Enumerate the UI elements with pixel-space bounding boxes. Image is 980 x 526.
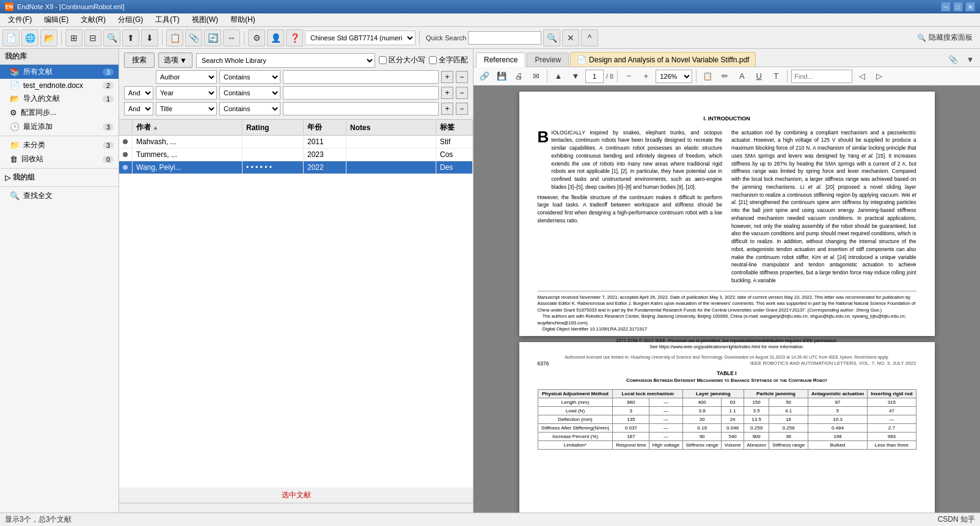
- menu-help[interactable]: 帮助(H): [225, 13, 261, 27]
- remove-row-1-btn[interactable]: −: [456, 71, 468, 83]
- field-select-3[interactable]: Title: [156, 102, 217, 115]
- open-library-btn[interactable]: 📂: [40, 29, 57, 46]
- table-row[interactable]: Wang, Peiyi... • • • • • • 2022 Des: [119, 161, 473, 174]
- format-bib-btn[interactable]: 📎: [185, 29, 202, 46]
- style-dropdown[interactable]: Chinese Std GBT7714 (numeri: [305, 31, 415, 45]
- whole-word-checkbox[interactable]: [429, 56, 437, 64]
- col-header-status[interactable]: [119, 121, 133, 134]
- col-header-tag[interactable]: 标签: [436, 121, 473, 134]
- new-ref-btn[interactable]: 📄: [2, 29, 20, 46]
- search-text-3[interactable]: [283, 102, 439, 115]
- sidebar-item-testdoc[interactable]: 📄 test_endnote.docx 2: [0, 79, 119, 92]
- close-app-btn[interactable]: ✕: [965, 2, 975, 12]
- field-select-2[interactable]: Year: [156, 86, 217, 100]
- pdf-text-btn[interactable]: T: [769, 69, 783, 84]
- menu-edit[interactable]: 编辑(E): [38, 13, 74, 27]
- search-scope-select[interactable]: Search Whole Library: [196, 53, 375, 68]
- pdf-zoom-select[interactable]: 126% 100% 75% 150%: [656, 70, 692, 83]
- pdf-next-page-btn[interactable]: ▼: [568, 69, 583, 84]
- online-search-btn[interactable]: 🌐: [21, 29, 38, 46]
- pdf-find-next-btn[interactable]: ▷: [872, 69, 887, 84]
- sidebar-item-recent[interactable]: 🕒 最近添加 3: [0, 120, 119, 134]
- search-text-2[interactable]: [283, 86, 439, 100]
- paperclip-btn[interactable]: 📎: [946, 52, 960, 67]
- hide-panel-btn[interactable]: 🔍 隐藏搜索面板: [912, 31, 978, 44]
- tab-reference[interactable]: Reference: [476, 53, 525, 67]
- share-btn[interactable]: ↔: [223, 29, 240, 46]
- table-row[interactable]: Mahvash, ... 2011 Stif: [119, 136, 473, 148]
- field-select-1[interactable]: Author: [156, 70, 217, 84]
- case-sensitive-checkbox-label[interactable]: 区分大小写: [379, 55, 425, 65]
- tools-btn[interactable]: ⚙: [248, 29, 265, 46]
- menu-tools[interactable]: 工具(T): [150, 13, 185, 27]
- layout-btn-1[interactable]: ⊞: [65, 29, 82, 46]
- pdf-edit-btn[interactable]: ✏: [717, 69, 732, 84]
- pdf-highlight-btn[interactable]: A: [734, 69, 749, 84]
- help-btn[interactable]: ❓: [286, 29, 303, 46]
- pdf-copy-btn[interactable]: 📋: [700, 69, 715, 84]
- col-header-notes[interactable]: Notes: [346, 121, 436, 134]
- pdf-print-btn[interactable]: 🖨: [511, 69, 526, 84]
- user-btn[interactable]: 👤: [267, 29, 284, 46]
- add-row-2-btn[interactable]: +: [441, 87, 453, 99]
- pdf-zoom-in-btn[interactable]: +: [638, 69, 653, 84]
- and-select-2[interactable]: And: [124, 86, 153, 100]
- pdf-content[interactable]: I. Introduction B IOLOGICALLY inspired b…: [474, 86, 980, 513]
- th-method: Physical Adjustment Method: [538, 390, 613, 398]
- import-btn[interactable]: ⬆: [122, 29, 139, 46]
- sidebar-item-myrefs[interactable]: 📂 导入的文献 1: [0, 92, 119, 106]
- minimize-app-btn[interactable]: ─: [941, 2, 951, 12]
- menu-refs[interactable]: 文献(R): [75, 13, 111, 27]
- layout-btn-2[interactable]: ⊟: [84, 29, 101, 46]
- search-button[interactable]: 搜索: [124, 53, 155, 68]
- menu-groups[interactable]: 分组(G): [112, 13, 148, 27]
- sidebar-item-findfull[interactable]: 🔍 查找全文: [0, 189, 119, 203]
- search-text-1[interactable]: [283, 70, 439, 84]
- contains-select-3[interactable]: Contains: [219, 102, 280, 115]
- pdf-prev-page-btn[interactable]: ▲: [551, 69, 566, 84]
- options-button[interactable]: 选项 ▼: [158, 53, 192, 68]
- col-header-author[interactable]: 作者 ▲: [133, 121, 243, 134]
- sidebar-item-trash[interactable]: 🗑 回收站 0: [0, 152, 119, 166]
- menu-file[interactable]: 文件(F): [2, 13, 37, 27]
- whole-word-checkbox-label[interactable]: 全字匹配: [429, 55, 468, 65]
- col-header-year[interactable]: 年份: [304, 121, 346, 134]
- contains-select-2[interactable]: Contains: [219, 86, 280, 100]
- sync-btn[interactable]: 🔄: [204, 29, 221, 46]
- pdf-link-btn[interactable]: 🔗: [477, 69, 492, 84]
- maximize-app-btn[interactable]: □: [953, 2, 963, 12]
- select-refs-text[interactable]: 选中文献: [119, 488, 473, 503]
- expand-search-btn[interactable]: ^: [581, 29, 598, 46]
- case-sensitive-checkbox[interactable]: [379, 56, 387, 64]
- and-select-3[interactable]: And: [124, 102, 153, 115]
- contains-select-1[interactable]: Contains: [219, 70, 280, 84]
- export-btn[interactable]: ⬇: [141, 29, 158, 46]
- pdf-zoom-out-btn[interactable]: −: [621, 69, 636, 84]
- sidebar-item-all[interactable]: 📚 所有文献 3: [0, 65, 119, 79]
- quick-search-btn[interactable]: 🔍: [543, 29, 560, 46]
- pdf-email-btn[interactable]: ✉: [528, 69, 543, 84]
- pdf-underline-btn[interactable]: U: [751, 69, 766, 84]
- find-duplicates-btn[interactable]: 🔍: [103, 29, 120, 46]
- add-row-1-btn[interactable]: +: [441, 71, 453, 83]
- sidebar-item-config[interactable]: ⚙ 配置同步...: [0, 106, 119, 120]
- pdf-save-btn[interactable]: 💾: [494, 69, 509, 84]
- sidebar-item-unfiled[interactable]: 📁 未分类 3: [0, 138, 119, 152]
- menu-view[interactable]: 视图(W): [186, 13, 224, 27]
- pdf-find-prev-btn[interactable]: ◁: [855, 69, 869, 84]
- remove-row-2-btn[interactable]: −: [456, 87, 468, 99]
- tab-preview[interactable]: Preview: [527, 53, 569, 67]
- h-scrollbar[interactable]: [119, 503, 473, 513]
- add-row-3-btn[interactable]: +: [441, 103, 453, 115]
- pdf-page-input[interactable]: [585, 70, 604, 83]
- quick-search-clear[interactable]: ✕: [562, 29, 579, 46]
- pdf-find-input[interactable]: [791, 70, 852, 83]
- tab-close-btn[interactable]: ▼: [963, 52, 978, 67]
- quick-search-input[interactable]: [468, 31, 541, 45]
- tab-pdf[interactable]: 📄 Design and Analysis of a Novel Variabl…: [570, 52, 756, 67]
- insert-citation-btn[interactable]: 📋: [166, 29, 183, 46]
- col-header-rating[interactable]: Rating: [243, 121, 304, 134]
- table-row[interactable]: Tummers, ... 2023 Cos: [119, 148, 473, 161]
- sidebar-my-groups[interactable]: ▷ 我的组: [0, 170, 119, 184]
- remove-row-3-btn[interactable]: −: [456, 103, 468, 115]
